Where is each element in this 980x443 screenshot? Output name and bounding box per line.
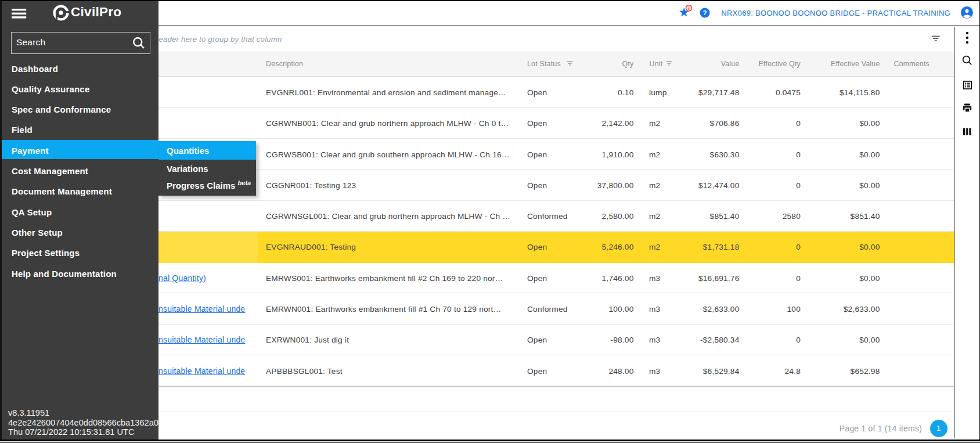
- svg-text:?: ?: [702, 9, 707, 16]
